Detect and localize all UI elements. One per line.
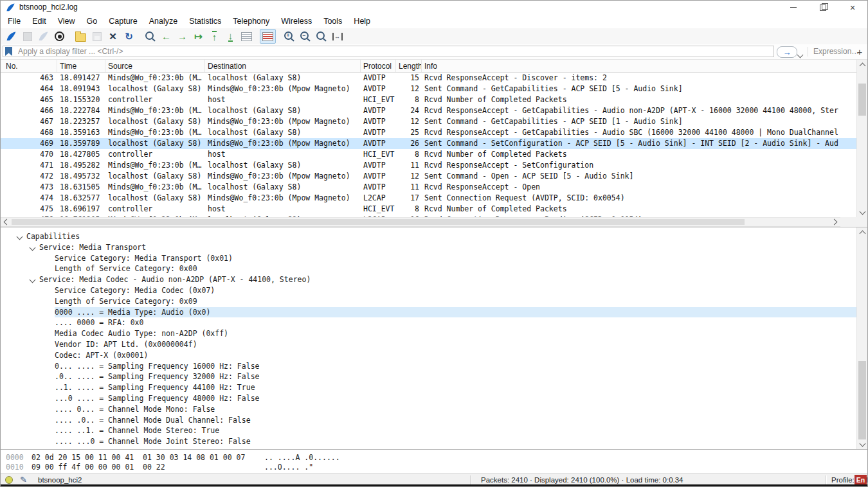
detail-row-14[interactable]: ..1. .... = Sampling Frequency 44100 Hz:… [1,382,867,393]
scroll-down-button[interactable] [857,208,867,217]
hex-row-0[interactable]: 000002 0d 20 15 00 11 00 41 01 30 03 14 … [1,453,867,463]
close-button[interactable]: × [838,1,867,14]
packet-row-469[interactable]: 46918.359789localhost (Galaxy S8)Minds@W… [1,138,856,149]
autoscroll-button[interactable] [239,29,255,44]
detail-row-12[interactable]: 0... .... = Sampling Frequency 16000 Hz:… [1,361,867,372]
column-header-source[interactable]: Source [105,60,205,72]
scroll-left-button[interactable] [1,218,11,226]
detail-row-1[interactable]: Service: Media Transport [1,242,867,253]
expander-chevron-icon[interactable] [17,234,23,240]
detail-row-15[interactable]: ...0 .... = Sampling Frequency 48000 Hz:… [1,393,867,404]
column-header-info[interactable]: Info [422,60,867,72]
detail-row-5[interactable]: Service Category: Media Codec (0x07) [1,285,867,296]
packet-row-475[interactable]: 47518.696197controllerhostHCI_EVT8Rcvd N… [1,204,856,215]
packet-row-471[interactable]: 47118.495282Minds@Wo_f0:23:0b (M…localho… [1,160,856,171]
detail-row-7[interactable]: 0000 .... = Media Type: Audio (0x0) [1,307,867,318]
start-capture-button[interactable] [3,29,19,44]
zoom-reset-button[interactable] [313,29,329,44]
packet-row-470[interactable]: 47018.427805controllerhostHCI_EVT8Rcvd N… [1,149,856,160]
packet-row-474[interactable]: 47418.632577localhost (Galaxy S8)Minds@W… [1,193,856,204]
packet-list-hscrollbar[interactable] [1,217,840,227]
detail-row-17[interactable]: .... .0.. = Channel Mode Dual Channel: F… [1,415,867,426]
packet-list-vscrollbar[interactable] [856,60,867,217]
display-filter-field[interactable] [3,46,774,57]
minimize-button[interactable] [779,1,808,14]
menu-item-tools[interactable]: Tools [318,14,348,28]
go-first-packet-button[interactable]: ↑ [206,29,222,44]
detail-row-9[interactable]: Media Codec Audio Type: non-A2DP (0xff) [1,328,867,339]
find-packet-button[interactable] [142,29,158,44]
packet-row-467[interactable]: 46718.223257localhost (Galaxy S8)Minds@W… [1,116,856,127]
packet-list-hscroll-thumb[interactable] [12,219,745,225]
menu-item-edit[interactable]: Edit [26,14,52,28]
capture-options-button[interactable] [51,29,68,44]
details-scroll-up-button[interactable] [857,227,867,237]
zoom-out-button[interactable]: − [297,29,313,44]
menu-item-help[interactable]: Help [348,14,376,28]
detail-row-11[interactable]: Codec: APT-X (0x0001) [1,350,867,361]
column-header-protocol[interactable]: Protocol [361,60,396,72]
filter-history-dropdown[interactable] [798,48,802,60]
add-filter-button[interactable]: + [854,46,865,57]
expander-chevron-icon[interactable] [30,244,36,251]
menu-item-telephony[interactable]: Telephony [227,14,275,28]
open-file-button[interactable] [73,29,89,44]
packet-row-466[interactable]: 46618.222784Minds@Wo_f0:23:0b (M…localho… [1,105,856,116]
packet-row-463[interactable]: 46318.091427Minds@Wo_f0:23:0b (M…localho… [1,73,856,84]
menu-item-statistics[interactable]: Statistics [183,14,227,28]
detail-row-10[interactable]: Vendor ID: APT Ltd. (0x0000004f) [1,339,867,350]
expert-info-icon[interactable] [5,476,13,484]
filter-bookmark-icon[interactable] [5,47,12,56]
detail-row-3[interactable]: Length of Service Category: 0x00 [1,263,867,274]
scroll-right-button[interactable] [830,218,840,226]
go-to-packet-button[interactable]: ↦ [190,29,206,44]
reload-file-button[interactable]: ↻ [121,29,137,44]
packet-list-scroll-thumb[interactable] [858,84,866,116]
go-last-packet-button[interactable]: ↓ [222,29,239,44]
language-indicator-badge[interactable]: En [854,475,867,485]
detail-row-0[interactable]: Capabilities [1,231,867,242]
go-forward-button[interactable]: → [174,29,190,44]
packet-row-473[interactable]: 47318.631505Minds@Wo_f0:23:0b (M…localho… [1,182,856,193]
column-header-destination[interactable]: Destination [205,60,361,72]
detail-row-18[interactable]: .... ..1. = Channel Mode Stereo: True [1,425,867,436]
scroll-up-button[interactable] [857,60,867,69]
go-back-button[interactable]: ← [158,29,174,44]
packet-row-465[interactable]: 46518.155320controllerhostHCI_EVT8Rcvd N… [1,94,856,105]
packet-row-468[interactable]: 46818.359163Minds@Wo_f0:23:0b (M…localho… [1,127,856,138]
expander-chevron-icon[interactable] [30,277,36,283]
expression-button[interactable]: Expression… [808,47,859,57]
column-header-length[interactable]: Length [396,60,422,72]
packet-row-472[interactable]: 47218.495732localhost (Galaxy S8)Minds@W… [1,171,856,182]
details-scroll-thumb[interactable] [858,361,866,439]
menu-item-file[interactable]: File [2,14,26,28]
menu-item-capture[interactable]: Capture [103,14,143,28]
menu-item-go[interactable]: Go [81,14,104,28]
detail-text: .... ...0 = Channel Mode Joint Stereo: F… [55,436,856,447]
detail-row-2[interactable]: Service Category: Media Transport (0x01) [1,253,867,264]
detail-row-4[interactable]: Service: Media Codec - Audio non-A2DP (A… [1,274,867,285]
menu-item-view[interactable]: View [52,14,81,28]
packet-row-464[interactable]: 46418.091943localhost (Galaxy S8)Minds@W… [1,84,856,94]
details-scroll-down-button[interactable] [857,439,867,449]
hex-row-1[interactable]: 001009 00 ff 4f 00 00 00 01 00 22...O...… [1,463,867,472]
apply-filter-button[interactable]: → [777,46,797,58]
zoom-in-button[interactable]: + [281,29,297,44]
close-file-button[interactable]: ✕ [105,29,121,44]
display-filter-input[interactable] [17,46,773,57]
menu-item-analyze[interactable]: Analyze [143,14,183,28]
detail-row-8[interactable]: .... 0000 = RFA: 0x0 [1,317,867,328]
menu-item-wireless[interactable]: Wireless [275,14,318,28]
colorize-button[interactable] [260,29,276,44]
column-header-no[interactable]: No. [1,60,57,72]
detail-row-16[interactable]: .... 0... = Channel Mode Mono: False [1,404,867,415]
details-vscrollbar[interactable] [856,227,867,449]
capture-comment-icon[interactable]: ✎ [20,475,27,484]
detail-row-13[interactable]: .0.. .... = Sampling Frequency 32000 Hz:… [1,371,867,382]
packet-cell-src: controller [105,94,205,105]
detail-row-6[interactable]: Length of Service Category: 0x09 [1,296,867,307]
restore-button[interactable] [808,1,838,14]
column-header-time[interactable]: Time [57,60,105,72]
resize-columns-button[interactable] [329,29,345,44]
detail-row-19[interactable]: .... ...0 = Channel Mode Joint Stereo: F… [1,436,867,447]
